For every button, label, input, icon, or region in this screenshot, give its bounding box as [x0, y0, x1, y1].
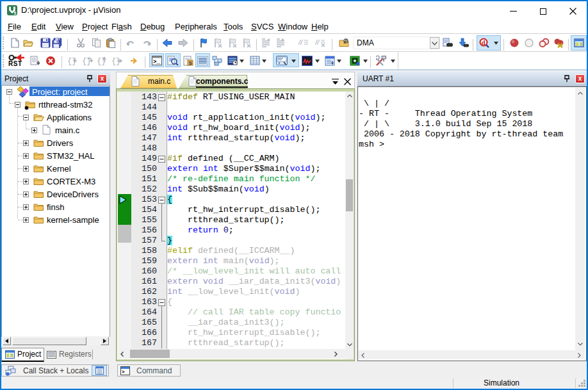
svg-text://: //: [315, 38, 320, 46]
svg-text:5: 5: [14, 11, 17, 15]
svg-text:>_: >_: [153, 59, 160, 65]
svg-text:{}: {}: [111, 57, 120, 66]
svg-text:d: d: [482, 38, 486, 46]
svg-text://: //: [298, 38, 303, 46]
svg-text:S: S: [189, 60, 193, 66]
svg-text:>: >: [122, 369, 125, 375]
